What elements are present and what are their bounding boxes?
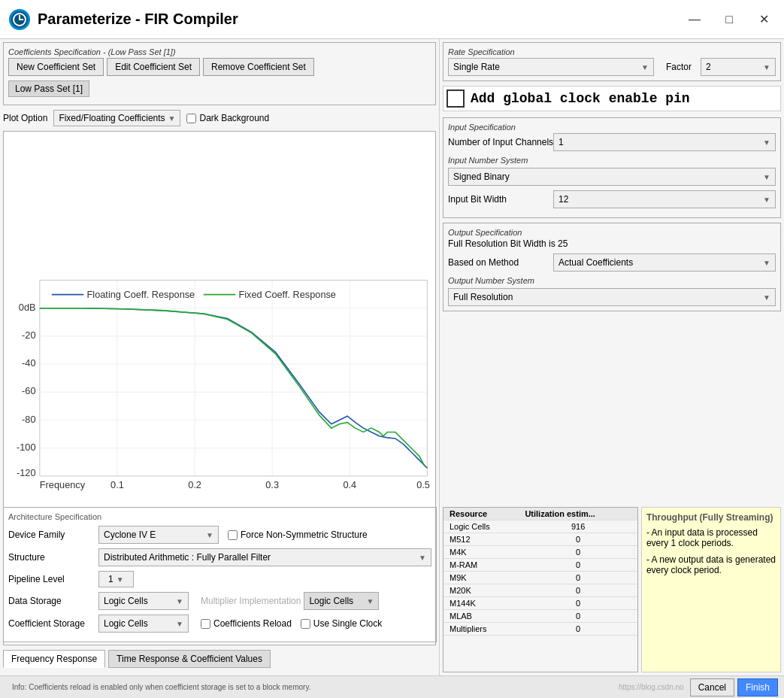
- coefficient-buttons: New Coefficient Set Edit Coefficient Set…: [8, 58, 431, 76]
- clock-enable-text: Add global clock enable pin: [471, 91, 690, 106]
- resource-table-area: Resource Utilization estim... Logic Cell…: [443, 507, 638, 672]
- rate-spec-row: Single Rate ▼ Factor 2 ▼: [448, 58, 776, 76]
- resource-cell: M9K: [443, 572, 519, 584]
- based-on-method-select[interactable]: Actual Coefficients ▼: [553, 253, 776, 272]
- table-row: M20K0: [443, 584, 637, 597]
- multiplier-impl-label: Multiplier Implementation: [201, 596, 301, 606]
- svg-text:0.2: 0.2: [188, 479, 201, 490]
- coeff-reload-label: Coefficients Reload: [213, 618, 292, 629]
- coefficients-section: Coefficients Specification - (Low Pass S…: [3, 42, 436, 105]
- plot-option-arrow: ▼: [168, 114, 176, 123]
- resource-cell: M20K: [443, 584, 519, 597]
- output-spec-header: Output Specification: [448, 228, 776, 237]
- utilization-col-header: Utilization estim...: [519, 508, 637, 520]
- rate-spec-select[interactable]: Single Rate ▼: [448, 58, 654, 76]
- structure-select[interactable]: Distributed Arithmetic : Fully Parallel …: [98, 548, 431, 566]
- arch-spec-header: Architecture Specification: [8, 512, 431, 521]
- device-family-select[interactable]: Cyclone IV E ▼: [98, 526, 219, 544]
- utilization-cell: 0: [519, 584, 637, 597]
- resource-table: Resource Utilization estim... Logic Cell…: [443, 508, 637, 636]
- number-system-arrow: ▼: [763, 173, 770, 181]
- coefficients-section-header: Coefficients Specification - (Low Pass S…: [8, 47, 431, 56]
- pipeline-label: Pipeline Level: [8, 574, 98, 584]
- resource-cell: M-RAM: [443, 559, 519, 572]
- output-number-system-select[interactable]: Full Resolution ▼: [448, 288, 776, 306]
- rate-spec-section: Rate Specification Single Rate ▼ Factor …: [443, 42, 781, 81]
- watermark: https://blog.csdn.no: [619, 683, 684, 691]
- resource-panel: Resource Utilization estim... Logic Cell…: [440, 504, 784, 675]
- dark-background-checkbox[interactable]: [186, 114, 196, 123]
- low-pass-tab[interactable]: Low Pass Set [1]: [8, 80, 89, 97]
- factor-select[interactable]: 2 ▼: [701, 58, 776, 76]
- clock-enable-row: Add global clock enable pin: [443, 86, 781, 111]
- pipeline-select[interactable]: 1 ▼: [98, 571, 134, 587]
- throughput-line4: every clock period.: [646, 565, 776, 575]
- throughput-title: Throughput (Fully Streaming): [646, 512, 776, 523]
- minimize-button[interactable]: —: [683, 8, 706, 31]
- structure-label: Structure: [8, 552, 98, 563]
- input-spec-header: Input Specification: [448, 123, 776, 132]
- window-controls: — □ ✕: [683, 8, 775, 31]
- resource-cell: MLAB: [443, 610, 519, 623]
- svg-text:-100: -100: [17, 442, 36, 453]
- force-non-symmetric-label: Force Non-Symmetric Structure: [241, 530, 368, 540]
- remove-coefficient-set-button[interactable]: Remove Coefficient Set: [203, 58, 314, 76]
- coeff-storage-select[interactable]: Logic Cells ▼: [98, 615, 189, 633]
- bottom-bar: Info: Coefficients reload is enabled onl…: [0, 675, 784, 698]
- input-spec-section: Input Specification Number of Input Chan…: [443, 117, 781, 218]
- input-bit-width-row: Input Bit Width 12 ▼: [448, 190, 776, 208]
- full-res-bit-width: Full Resolution Bit Width is 25: [448, 238, 776, 249]
- output-number-arrow: ▼: [763, 293, 770, 302]
- use-single-clock-option: Use Single Clock: [301, 618, 382, 629]
- force-non-symmetric-checkbox[interactable]: [228, 530, 238, 540]
- utilization-cell: 0: [519, 610, 637, 623]
- edit-coefficient-set-button[interactable]: Edit Coefficient Set: [107, 58, 200, 76]
- device-family-row: Device Family Cyclone IV E ▼ Force Non-S…: [8, 526, 431, 544]
- finish-button[interactable]: Finish: [737, 678, 778, 696]
- svg-text:-20: -20: [22, 329, 35, 341]
- arch-spec-section: Architecture Specification Device Family…: [3, 507, 437, 642]
- table-row: MLAB0: [443, 610, 637, 623]
- use-single-clock-checkbox[interactable]: [301, 619, 310, 629]
- table-row: M4K0: [443, 546, 637, 559]
- clock-enable-checkbox[interactable]: [446, 90, 465, 108]
- utilization-cell: 916: [519, 520, 637, 533]
- based-on-method-label: Based on Method: [448, 257, 553, 268]
- new-coefficient-set-button[interactable]: New Coefficient Set: [8, 58, 104, 76]
- table-row: M144K0: [443, 597, 637, 610]
- input-number-system-select[interactable]: Signed Binary ▼: [448, 168, 776, 186]
- input-bit-width-select[interactable]: 12 ▼: [553, 190, 776, 208]
- plot-option-select[interactable]: Fixed/Floating Coefficients ▼: [53, 110, 180, 126]
- svg-text:0.3: 0.3: [265, 479, 279, 490]
- resource-cell: M4K: [443, 546, 519, 559]
- svg-text:0.1: 0.1: [110, 479, 124, 490]
- based-on-method-field: Actual Coefficients ▼: [553, 253, 776, 272]
- throughput-line2: every 1 clock periods.: [646, 538, 776, 548]
- close-button[interactable]: ✕: [752, 8, 775, 31]
- plot-option-row: Plot Option Fixed/Floating Coefficients …: [3, 110, 436, 126]
- window-title: Parameterize - FIR Compiler: [38, 11, 683, 28]
- plot-option-label: Plot Option: [3, 113, 47, 123]
- svg-rect-2: [40, 281, 428, 476]
- svg-text:-120: -120: [17, 467, 36, 478]
- table-row: M5120: [443, 533, 637, 546]
- table-row: Logic Cells916: [443, 520, 637, 533]
- cancel-button[interactable]: Cancel: [690, 678, 734, 696]
- multiplier-impl-select: Logic Cells ▼: [304, 592, 379, 610]
- input-channels-select[interactable]: 1 ▼: [553, 133, 776, 151]
- title-bar: Parameterize - FIR Compiler — □ ✕: [0, 0, 784, 39]
- rate-spec-header: Rate Specification: [448, 47, 776, 56]
- svg-text:Fixed Coeff. Response: Fixed Coeff. Response: [239, 289, 336, 300]
- throughput-line1: - An input data is processed: [646, 527, 776, 538]
- output-number-system-label: Output Number System: [448, 276, 776, 285]
- svg-text:0.4: 0.4: [343, 479, 356, 490]
- resource-col-header: Resource: [443, 508, 519, 520]
- use-single-clock-label: Use Single Clock: [313, 618, 382, 629]
- svg-text:-80: -80: [22, 414, 35, 425]
- table-row: Multipliers0: [443, 623, 637, 636]
- svg-text:0dB: 0dB: [19, 302, 36, 313]
- maximize-button[interactable]: □: [718, 8, 740, 31]
- force-non-symmetric-option: Force Non-Symmetric Structure: [228, 530, 368, 540]
- data-storage-select[interactable]: Logic Cells ▼: [98, 592, 189, 610]
- coeff-reload-checkbox[interactable]: [201, 619, 210, 629]
